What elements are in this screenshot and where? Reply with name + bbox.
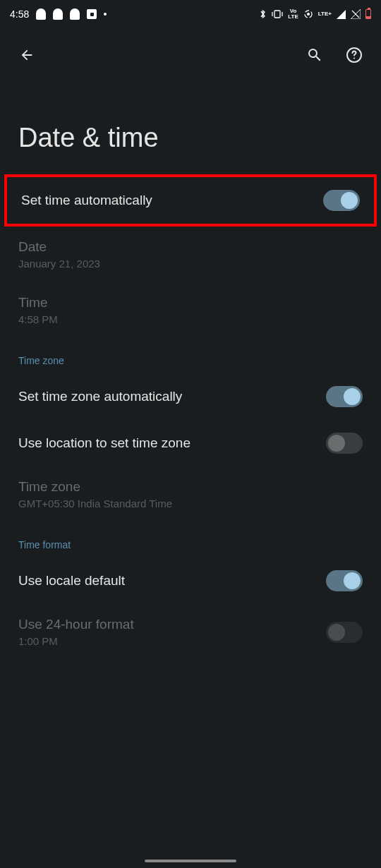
timezone-row: Time zone GMT+05:30 India Standard Time [0, 466, 381, 522]
hotspot-icon [303, 9, 313, 19]
use-24h-toggle [326, 622, 363, 643]
use-24h-row: Use 24-hour format 1:00 PM [0, 604, 381, 660]
svg-point-3 [307, 13, 310, 16]
set-time-auto-toggle[interactable] [323, 190, 360, 211]
help-button[interactable] [341, 42, 367, 68]
use-locale-toggle[interactable] [326, 570, 363, 591]
notification-icon [36, 8, 46, 20]
set-timezone-auto-label: Set time zone automatically [18, 389, 182, 404]
search-button[interactable] [302, 42, 327, 68]
timezone-label: Time zone [18, 479, 172, 495]
time-value: 4:58 PM [18, 313, 58, 325]
signal-icon [337, 10, 346, 19]
use-locale-row[interactable]: Use locale default [0, 557, 381, 604]
status-time: 4:58 [10, 8, 29, 20]
lte-plus-icon: LTE+ [318, 11, 332, 17]
time-label: Time [18, 295, 58, 311]
highlight-annotation: Set time automatically [4, 174, 377, 227]
notification-icon [70, 8, 80, 20]
status-bar-right: Vo LTE LTE+ [259, 8, 371, 20]
set-timezone-auto-toggle[interactable] [326, 386, 363, 407]
timezone-section-header: Time zone [0, 338, 381, 373]
battery-icon [365, 9, 371, 19]
date-value: January 21, 2023 [18, 258, 100, 270]
navigation-indicator[interactable] [145, 860, 236, 862]
svg-rect-0 [274, 11, 280, 18]
timezone-value: GMT+05:30 India Standard Time [18, 498, 172, 510]
timeformat-section-header: Time format [0, 522, 381, 557]
volte-icon: Vo LTE [288, 8, 298, 20]
use-location-label: Use location to set time zone [18, 435, 190, 451]
date-row: Date January 21, 2023 [0, 227, 381, 282]
app-bar [0, 28, 381, 82]
set-timezone-auto-row[interactable]: Set time zone automatically [0, 373, 381, 420]
page-title: Date & time [0, 82, 381, 174]
signal-icon-2 [351, 9, 361, 19]
date-label: Date [18, 239, 100, 255]
notification-icon [87, 9, 97, 19]
use-24h-value: 1:00 PM [18, 635, 134, 647]
set-time-auto-label: Set time automatically [21, 193, 152, 208]
use-locale-label: Use locale default [18, 573, 125, 589]
time-row: Time 4:58 PM [0, 282, 381, 338]
notification-icon [53, 8, 63, 20]
notification-dot-icon [104, 13, 107, 16]
use-24h-label: Use 24-hour format [18, 617, 134, 632]
vibrate-icon [272, 9, 283, 19]
use-location-toggle[interactable] [326, 433, 363, 454]
use-location-row[interactable]: Use location to set time zone [0, 420, 381, 466]
svg-point-7 [353, 58, 355, 59]
status-bar: 4:58 Vo LTE LTE+ [0, 0, 381, 28]
set-time-auto-row[interactable]: Set time automatically [7, 177, 374, 224]
bluetooth-icon [259, 9, 267, 19]
back-button[interactable] [14, 42, 40, 68]
status-bar-left: 4:58 [10, 8, 107, 20]
